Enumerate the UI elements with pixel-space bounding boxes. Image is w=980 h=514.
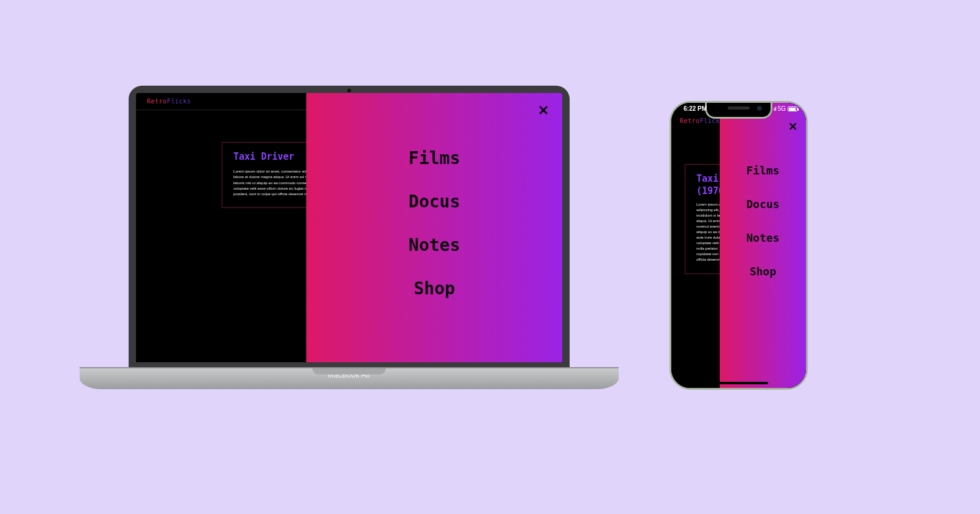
laptop-lid: RetroFlicks Taxi Driver Lorem ipsum dolo… bbox=[129, 86, 570, 367]
nav-item-shop[interactable]: Shop bbox=[413, 278, 454, 299]
phone-screen: RetroFlicks Taxi Driver (1976) Lorem ips… bbox=[671, 103, 806, 388]
brand-part1: Retro bbox=[680, 117, 700, 124]
phone-body: 6:22 PM ııl 5G RetroFlicks Taxi Driver (… bbox=[669, 101, 808, 390]
phone-device-frame: 6:22 PM ııl 5G RetroFlicks Taxi Driver (… bbox=[669, 101, 808, 390]
nav-item-notes[interactable]: Notes bbox=[409, 235, 460, 255]
trackpad-notch bbox=[312, 368, 386, 374]
nav-drawer: ✕ Films Docus Notes Shop bbox=[720, 103, 806, 388]
brand-logo[interactable]: RetroFlicks bbox=[147, 98, 191, 105]
nav-item-notes[interactable]: Notes bbox=[747, 231, 780, 244]
laptop-device-frame: RetroFlicks Taxi Driver Lorem ipsum dolo… bbox=[80, 86, 619, 389]
nav-item-shop[interactable]: Shop bbox=[750, 265, 776, 278]
battery-icon bbox=[788, 106, 797, 111]
brand-part1: Retro bbox=[147, 98, 167, 105]
brand-part2: Flicks bbox=[167, 98, 191, 105]
nav-drawer: ✕ Films Docus Notes Shop bbox=[306, 93, 562, 362]
signal-icon: ııl bbox=[774, 106, 776, 112]
nav-item-docus[interactable]: Docus bbox=[747, 198, 780, 210]
status-icons: ııl 5G bbox=[774, 105, 797, 112]
laptop-camera-icon bbox=[347, 89, 351, 92]
laptop-screen: RetroFlicks Taxi Driver Lorem ipsum dolo… bbox=[136, 93, 562, 362]
nav-item-docus[interactable]: Docus bbox=[409, 192, 460, 212]
network-label: 5G bbox=[778, 105, 786, 112]
close-icon[interactable]: ✕ bbox=[788, 121, 797, 132]
status-time: 6:22 PM bbox=[684, 105, 707, 112]
home-indicator[interactable] bbox=[709, 382, 768, 384]
nav-item-films[interactable]: Films bbox=[747, 164, 780, 177]
close-icon[interactable]: ✕ bbox=[538, 104, 549, 117]
app-root-desktop: RetroFlicks Taxi Driver Lorem ipsum dolo… bbox=[136, 93, 562, 362]
app-root-mobile: RetroFlicks Taxi Driver (1976) Lorem ips… bbox=[671, 103, 806, 388]
nav-item-films[interactable]: Films bbox=[409, 148, 460, 168]
laptop-base bbox=[80, 367, 619, 389]
phone-statusbar: 6:22 PM ııl 5G bbox=[671, 105, 806, 112]
